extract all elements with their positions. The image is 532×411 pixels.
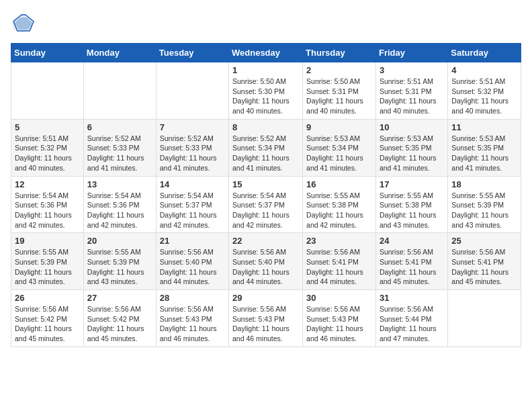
day-info: Sunrise: 5:56 AM Sunset: 5:43 PM Dayligh…	[160, 304, 225, 344]
calendar-cell: 18Sunrise: 5:55 AM Sunset: 5:39 PM Dayli…	[448, 176, 521, 233]
day-info: Sunrise: 5:56 AM Sunset: 5:43 PM Dayligh…	[232, 304, 299, 344]
day-number: 7	[160, 122, 225, 132]
calendar-header-row: SundayMondayTuesdayWednesdayThursdayFrid…	[11, 44, 521, 62]
day-info: Sunrise: 5:56 AM Sunset: 5:40 PM Dayligh…	[232, 247, 299, 287]
calendar-table: SundayMondayTuesdayWednesdayThursdayFrid…	[11, 43, 521, 347]
calendar-cell	[448, 290, 521, 347]
day-number: 23	[306, 236, 372, 246]
day-info: Sunrise: 5:51 AM Sunset: 5:32 PM Dayligh…	[451, 77, 517, 116]
calendar-cell: 21Sunrise: 5:56 AM Sunset: 5:40 PM Dayli…	[156, 233, 228, 290]
day-number: 6	[87, 122, 152, 132]
day-info: Sunrise: 5:56 AM Sunset: 5:43 PM Dayligh…	[306, 304, 372, 344]
page-header	[11, 11, 521, 35]
calendar-cell: 31Sunrise: 5:56 AM Sunset: 5:44 PM Dayli…	[375, 290, 447, 347]
week-row-4: 19Sunrise: 5:55 AM Sunset: 5:39 PM Dayli…	[11, 233, 521, 290]
day-number: 28	[160, 293, 225, 303]
calendar-cell: 23Sunrise: 5:56 AM Sunset: 5:41 PM Dayli…	[303, 233, 376, 290]
day-number: 18	[451, 179, 517, 189]
day-info: Sunrise: 5:55 AM Sunset: 5:39 PM Dayligh…	[451, 191, 517, 230]
calendar-cell: 27Sunrise: 5:56 AM Sunset: 5:42 PM Dayli…	[83, 290, 156, 347]
day-info: Sunrise: 5:56 AM Sunset: 5:41 PM Dayligh…	[306, 247, 372, 287]
col-header-wednesday: Wednesday	[229, 44, 303, 62]
week-row-2: 5Sunrise: 5:51 AM Sunset: 5:32 PM Daylig…	[11, 119, 521, 176]
calendar-cell: 4Sunrise: 5:51 AM Sunset: 5:32 PM Daylig…	[448, 62, 521, 120]
day-info: Sunrise: 5:56 AM Sunset: 5:42 PM Dayligh…	[87, 304, 152, 344]
day-number: 24	[380, 236, 444, 246]
calendar-cell: 17Sunrise: 5:55 AM Sunset: 5:38 PM Dayli…	[375, 176, 447, 233]
day-number: 31	[380, 293, 444, 303]
day-number: 13	[87, 179, 152, 189]
col-header-friday: Friday	[375, 44, 447, 62]
day-number: 12	[15, 179, 80, 189]
calendar-cell: 13Sunrise: 5:54 AM Sunset: 5:36 PM Dayli…	[83, 176, 156, 233]
calendar-cell: 30Sunrise: 5:56 AM Sunset: 5:43 PM Dayli…	[303, 290, 376, 347]
calendar-cell: 14Sunrise: 5:54 AM Sunset: 5:37 PM Dayli…	[156, 176, 228, 233]
day-info: Sunrise: 5:53 AM Sunset: 5:34 PM Dayligh…	[306, 134, 372, 173]
calendar-cell: 12Sunrise: 5:54 AM Sunset: 5:36 PM Dayli…	[11, 176, 84, 233]
day-number: 8	[232, 122, 299, 132]
day-number: 16	[306, 179, 372, 189]
day-info: Sunrise: 5:54 AM Sunset: 5:36 PM Dayligh…	[87, 191, 152, 230]
calendar-cell: 8Sunrise: 5:52 AM Sunset: 5:34 PM Daylig…	[229, 119, 303, 176]
calendar-cell	[83, 62, 156, 120]
day-info: Sunrise: 5:53 AM Sunset: 5:35 PM Dayligh…	[451, 134, 517, 173]
calendar-cell: 19Sunrise: 5:55 AM Sunset: 5:39 PM Dayli…	[11, 233, 84, 290]
calendar-cell: 20Sunrise: 5:55 AM Sunset: 5:39 PM Dayli…	[83, 233, 156, 290]
day-number: 30	[306, 293, 372, 303]
day-number: 27	[87, 293, 152, 303]
calendar-cell: 24Sunrise: 5:56 AM Sunset: 5:41 PM Dayli…	[375, 233, 447, 290]
calendar-cell: 11Sunrise: 5:53 AM Sunset: 5:35 PM Dayli…	[448, 119, 521, 176]
calendar-cell: 29Sunrise: 5:56 AM Sunset: 5:43 PM Dayli…	[229, 290, 303, 347]
day-info: Sunrise: 5:50 AM Sunset: 5:31 PM Dayligh…	[306, 77, 372, 116]
col-header-monday: Monday	[83, 44, 156, 62]
col-header-thursday: Thursday	[303, 44, 376, 62]
day-number: 4	[451, 65, 517, 75]
day-number: 21	[160, 236, 225, 246]
day-info: Sunrise: 5:52 AM Sunset: 5:34 PM Dayligh…	[232, 134, 299, 173]
day-info: Sunrise: 5:51 AM Sunset: 5:32 PM Dayligh…	[15, 134, 80, 173]
day-number: 9	[306, 122, 372, 132]
day-info: Sunrise: 5:54 AM Sunset: 5:36 PM Dayligh…	[15, 191, 80, 230]
day-info: Sunrise: 5:55 AM Sunset: 5:39 PM Dayligh…	[87, 247, 152, 287]
day-number: 11	[451, 122, 517, 132]
day-number: 3	[380, 65, 444, 75]
calendar-cell: 26Sunrise: 5:56 AM Sunset: 5:42 PM Dayli…	[11, 290, 84, 347]
calendar-cell	[11, 62, 84, 120]
day-info: Sunrise: 5:56 AM Sunset: 5:40 PM Dayligh…	[160, 247, 225, 287]
day-info: Sunrise: 5:52 AM Sunset: 5:33 PM Dayligh…	[160, 134, 225, 173]
day-info: Sunrise: 5:54 AM Sunset: 5:37 PM Dayligh…	[160, 191, 225, 230]
calendar-cell	[156, 62, 228, 120]
day-info: Sunrise: 5:56 AM Sunset: 5:42 PM Dayligh…	[15, 304, 80, 344]
day-info: Sunrise: 5:55 AM Sunset: 5:39 PM Dayligh…	[15, 247, 80, 287]
calendar-cell: 2Sunrise: 5:50 AM Sunset: 5:31 PM Daylig…	[303, 62, 376, 120]
calendar-cell: 25Sunrise: 5:56 AM Sunset: 5:41 PM Dayli…	[448, 233, 521, 290]
col-header-saturday: Saturday	[448, 44, 521, 62]
day-info: Sunrise: 5:55 AM Sunset: 5:38 PM Dayligh…	[380, 191, 444, 230]
day-info: Sunrise: 5:53 AM Sunset: 5:35 PM Dayligh…	[380, 134, 444, 173]
calendar-cell: 9Sunrise: 5:53 AM Sunset: 5:34 PM Daylig…	[303, 119, 376, 176]
week-row-5: 26Sunrise: 5:56 AM Sunset: 5:42 PM Dayli…	[11, 290, 521, 347]
logo-icon	[11, 11, 35, 35]
day-number: 1	[232, 65, 299, 75]
day-number: 29	[232, 293, 299, 303]
day-info: Sunrise: 5:56 AM Sunset: 5:41 PM Dayligh…	[380, 247, 444, 287]
calendar-cell: 5Sunrise: 5:51 AM Sunset: 5:32 PM Daylig…	[11, 119, 84, 176]
day-number: 26	[15, 293, 80, 303]
calendar-cell: 6Sunrise: 5:52 AM Sunset: 5:33 PM Daylig…	[83, 119, 156, 176]
day-info: Sunrise: 5:55 AM Sunset: 5:38 PM Dayligh…	[306, 191, 372, 230]
logo	[11, 11, 38, 35]
calendar-cell: 28Sunrise: 5:56 AM Sunset: 5:43 PM Dayli…	[156, 290, 228, 347]
day-number: 22	[232, 236, 299, 246]
week-row-1: 1Sunrise: 5:50 AM Sunset: 5:30 PM Daylig…	[11, 62, 521, 120]
day-number: 5	[15, 122, 80, 132]
calendar-cell: 3Sunrise: 5:51 AM Sunset: 5:31 PM Daylig…	[375, 62, 447, 120]
day-info: Sunrise: 5:52 AM Sunset: 5:33 PM Dayligh…	[87, 134, 152, 173]
calendar-cell: 15Sunrise: 5:54 AM Sunset: 5:37 PM Dayli…	[229, 176, 303, 233]
col-header-sunday: Sunday	[11, 44, 84, 62]
calendar-cell: 16Sunrise: 5:55 AM Sunset: 5:38 PM Dayli…	[303, 176, 376, 233]
week-row-3: 12Sunrise: 5:54 AM Sunset: 5:36 PM Dayli…	[11, 176, 521, 233]
day-info: Sunrise: 5:50 AM Sunset: 5:30 PM Dayligh…	[232, 77, 299, 116]
calendar-cell: 7Sunrise: 5:52 AM Sunset: 5:33 PM Daylig…	[156, 119, 228, 176]
day-number: 10	[380, 122, 444, 132]
day-number: 15	[232, 179, 299, 189]
